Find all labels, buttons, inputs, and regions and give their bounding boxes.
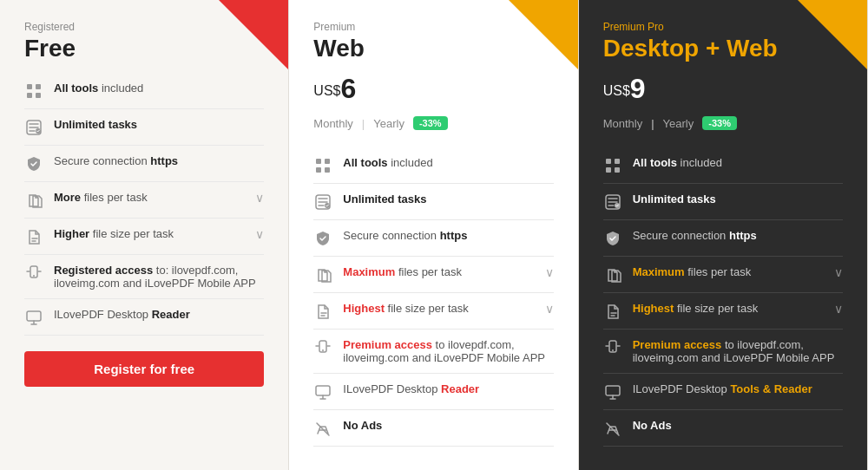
- tasks-icon: [313, 193, 332, 211]
- svg-rect-12: [325, 167, 330, 173]
- files-icon: [603, 266, 622, 284]
- monthly-link[interactable]: Monthly: [313, 117, 353, 130]
- chevron-down-icon[interactable]: ∨: [545, 302, 554, 316]
- plan-price: US$6: [313, 73, 553, 109]
- svg-rect-21: [615, 167, 620, 173]
- noads-icon: [313, 420, 332, 437]
- discount-badge: -33%: [413, 116, 448, 130]
- discount-badge: -33%: [702, 116, 737, 130]
- mobile-icon: [603, 339, 622, 356]
- tasks-icon: [603, 193, 622, 211]
- svg-rect-3: [36, 93, 41, 98]
- feature-text: Highest file size per task: [633, 302, 824, 315]
- feature-text: ILovePDF Desktop Reader: [343, 382, 553, 395]
- svg-rect-20: [606, 167, 611, 173]
- tasks-icon: [24, 119, 43, 136]
- plan-web: PremiumWebUS$6 Monthly | Yearly -33% All…: [289, 0, 578, 470]
- feature-text: ILovePDF Desktop Tools & Reader: [633, 382, 843, 395]
- feature-item: All tools included: [603, 147, 843, 184]
- plan-corner: [798, 0, 867, 69]
- svg-rect-1: [36, 84, 41, 89]
- plan-desktop-web: Premium ProDesktop + WebUS$9 Monthly | Y…: [579, 0, 868, 470]
- filesize-icon: [24, 228, 43, 245]
- register-button[interactable]: Register for free: [24, 351, 264, 387]
- svg-rect-2: [27, 93, 32, 98]
- feature-item: Secure connection https: [24, 146, 264, 182]
- currency: US$: [603, 83, 630, 98]
- feature-item: Higher file size per task∨: [24, 219, 264, 255]
- billing-sep: |: [362, 117, 365, 130]
- feature-text: Secure connection https: [633, 229, 843, 242]
- features-list: All tools included Unlimited tasks Secur…: [313, 147, 553, 447]
- plan-corner: [509, 0, 578, 69]
- feature-text: Unlimited tasks: [343, 193, 553, 206]
- chevron-down-icon[interactable]: ∨: [834, 265, 843, 279]
- chevron-down-icon[interactable]: ∨: [255, 227, 264, 241]
- feature-text: Maximum files per task: [633, 265, 824, 278]
- feature-item: Premium access to ilovepdf.com, iloveimg…: [313, 330, 553, 374]
- desktop-icon: [313, 383, 332, 401]
- feature-text: Unlimited tasks: [54, 118, 264, 131]
- features-list: All tools included Unlimited tasks Secur…: [24, 73, 264, 336]
- billing-row: Monthly | Yearly -33%: [313, 116, 553, 130]
- files-icon: [24, 192, 43, 209]
- feature-text: Secure connection https: [54, 154, 264, 167]
- grid-icon: [24, 82, 43, 100]
- billing-row: Monthly | Yearly -33%: [603, 116, 843, 130]
- feature-item: All tools included: [313, 147, 553, 184]
- feature-item: No Ads: [603, 410, 843, 447]
- grid-icon: [603, 157, 622, 174]
- feature-item: Maximum files per task∨: [603, 257, 843, 293]
- feature-text: No Ads: [633, 419, 843, 432]
- feature-item: No Ads: [313, 410, 553, 447]
- feature-item: More files per task∨: [24, 182, 264, 219]
- feature-item: Secure connection https: [603, 220, 843, 257]
- feature-text: Maximum files per task: [343, 265, 534, 278]
- features-list: All tools included Unlimited tasks Secur…: [603, 147, 843, 447]
- svg-rect-17: [316, 386, 330, 395]
- chevron-down-icon[interactable]: ∨: [545, 265, 554, 279]
- filesize-icon: [603, 303, 622, 320]
- feature-item: Unlimited tasks: [313, 184, 553, 220]
- feature-text: Secure connection https: [343, 229, 553, 242]
- desktop-icon: [603, 383, 622, 401]
- feature-item: Unlimited tasks: [24, 109, 264, 146]
- yearly-link[interactable]: Yearly: [663, 117, 694, 130]
- monthly-link[interactable]: Monthly: [603, 117, 643, 130]
- feature-text: No Ads: [343, 419, 553, 432]
- feature-text: All tools included: [633, 156, 843, 169]
- svg-rect-11: [316, 167, 321, 173]
- feature-item: Unlimited tasks: [603, 184, 843, 220]
- feature-text: Premium access to ilovepdf.com, iloveimg…: [343, 338, 553, 364]
- feature-item: ILovePDF Desktop Reader: [24, 299, 264, 336]
- feature-text: Higher file size per task: [54, 227, 245, 240]
- svg-point-7: [33, 275, 35, 277]
- feature-item: ILovePDF Desktop Reader: [313, 374, 553, 410]
- mobile-icon: [24, 264, 43, 282]
- amount: 9: [630, 73, 646, 104]
- svg-rect-0: [27, 84, 32, 89]
- feature-text: Registered access to: ilovepdf.com, ilov…: [54, 264, 264, 290]
- feature-item: Premium access to ilovepdf.com, iloveimg…: [603, 330, 843, 374]
- filesize-icon: [313, 303, 332, 320]
- feature-item: Maximum files per task∨: [313, 257, 553, 293]
- chevron-down-icon[interactable]: ∨: [255, 191, 264, 205]
- svg-rect-26: [606, 386, 620, 395]
- feature-text: Highest file size per task: [343, 302, 534, 315]
- shield-icon: [313, 230, 332, 247]
- feature-text: All tools included: [54, 82, 264, 95]
- feature-item: Highest file size per task∨: [603, 293, 843, 330]
- plan-corner: [219, 0, 288, 69]
- shield-icon: [603, 230, 622, 247]
- billing-sep: |: [651, 117, 654, 130]
- feature-item: Registered access to: ilovepdf.com, ilov…: [24, 255, 264, 299]
- svg-rect-19: [615, 159, 620, 164]
- feature-text: ILovePDF Desktop Reader: [54, 308, 264, 321]
- feature-text: All tools included: [343, 156, 553, 169]
- feature-item: ILovePDF Desktop Tools & Reader: [603, 374, 843, 410]
- chevron-down-icon[interactable]: ∨: [834, 302, 843, 316]
- currency: US$: [313, 83, 340, 98]
- files-icon: [313, 266, 332, 284]
- yearly-link[interactable]: Yearly: [373, 117, 404, 130]
- svg-rect-9: [316, 159, 321, 164]
